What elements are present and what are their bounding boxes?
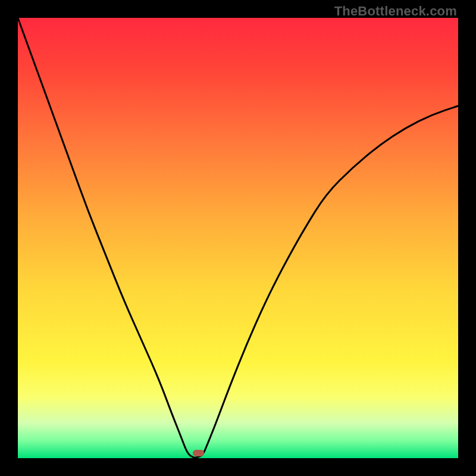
plot-frame xyxy=(18,18,458,458)
watermark-text: TheBottleneck.com xyxy=(334,4,457,19)
min-marker xyxy=(193,450,204,456)
chart-curve xyxy=(18,18,458,458)
